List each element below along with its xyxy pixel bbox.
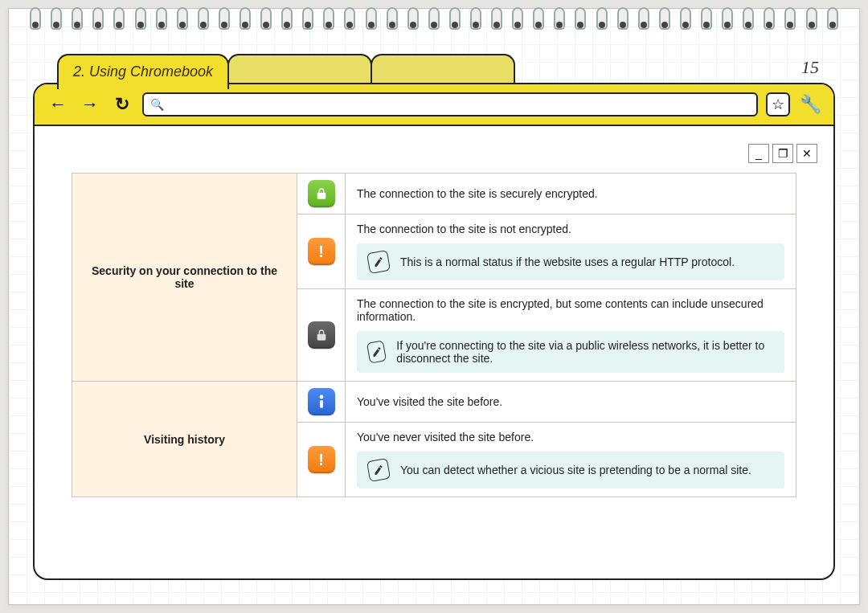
close-button[interactable]: ✕ — [796, 144, 817, 163]
note-box: This is a normal status if the website u… — [357, 243, 784, 280]
note-text: If you're connecting to the site via a p… — [396, 339, 773, 365]
table-row: Visiting history You've visited the site… — [72, 382, 796, 423]
pencil-icon — [366, 340, 387, 363]
desc-text: The connection to the site is not encryp… — [357, 223, 571, 235]
maximize-icon: ❐ — [778, 147, 788, 160]
settings-button[interactable]: 🔧 — [798, 92, 822, 116]
pencil-icon — [366, 250, 391, 274]
note-text: You can detect whether a vicious site is… — [400, 464, 751, 476]
desc-cell: You've never visited the site before. Yo… — [346, 423, 796, 497]
pencil-icon — [366, 458, 391, 482]
wrench-icon: 🔧 — [800, 94, 821, 115]
desc-text: You've never visited the site before. — [357, 431, 534, 443]
window-controls: _ ❐ ✕ — [748, 144, 817, 163]
note-box: If you're connecting to the site via a p… — [357, 331, 784, 373]
note-text: This is a normal status if the website u… — [400, 255, 735, 268]
desc-text: The connection to the site is encrypted,… — [357, 297, 764, 323]
lock-gray-icon — [308, 321, 335, 349]
warning-orange-icon: ! — [308, 446, 335, 473]
forward-icon: → — [81, 94, 99, 115]
minimize-button[interactable]: _ — [748, 144, 769, 163]
browser-content: _ ❐ ✕ Security on your connection to the… — [35, 133, 833, 578]
svg-rect-1 — [320, 400, 323, 408]
warning-orange-icon: ! — [308, 238, 335, 265]
bookmark-button[interactable]: ☆ — [766, 92, 790, 116]
chapter-title: 2. Using Chromebook — [73, 63, 213, 80]
icon-cell — [297, 174, 346, 215]
reload-button[interactable]: ↻ — [110, 92, 134, 116]
browser-window: ← → ↻ 🔍 ☆ 🔧 _ ❐ ✕ Security on your conne… — [33, 83, 835, 580]
category-security: Security on your connection to the site — [72, 174, 297, 382]
minimize-icon: _ — [755, 147, 762, 160]
notebook-page: 15 2. Using Chromebook ← → ↻ 🔍 ☆ 🔧 _ ❐ ✕ — [8, 8, 860, 605]
browser-toolbar: ← → ↻ 🔍 ☆ 🔧 — [35, 84, 833, 126]
svg-point-0 — [319, 395, 323, 399]
forward-button[interactable]: → — [78, 92, 102, 116]
back-button[interactable]: ← — [46, 92, 70, 116]
reload-icon: ↻ — [115, 94, 129, 115]
category-history: Visiting history — [72, 382, 297, 497]
back-icon: ← — [49, 94, 67, 115]
icon-cell: ! — [297, 215, 346, 289]
table-row: Security on your connection to the site … — [72, 174, 796, 215]
icon-cell — [297, 382, 346, 423]
page-number: 15 — [801, 57, 819, 78]
desc-cell: The connection to the site is encrypted,… — [346, 289, 796, 382]
icon-cell: ! — [297, 423, 346, 497]
url-bar[interactable]: 🔍 — [142, 92, 758, 116]
spiral-binding — [9, 7, 859, 39]
maximize-button[interactable]: ❐ — [772, 144, 793, 163]
icon-cell — [297, 289, 346, 382]
note-box: You can detect whether a vicious site is… — [357, 452, 784, 488]
desc-cell: The connection to the site is not encryp… — [346, 215, 796, 289]
search-icon: 🔍 — [150, 98, 164, 111]
chapter-tab: 2. Using Chromebook — [57, 54, 229, 89]
info-blue-icon — [308, 388, 335, 415]
lock-green-icon — [308, 180, 335, 207]
star-icon: ☆ — [772, 96, 784, 113]
info-table: Security on your connection to the site … — [72, 173, 796, 497]
desc-cell: You've visited the site before. — [346, 382, 796, 423]
desc-cell: The connection to the site is securely e… — [346, 174, 796, 215]
close-icon: ✕ — [802, 147, 812, 160]
